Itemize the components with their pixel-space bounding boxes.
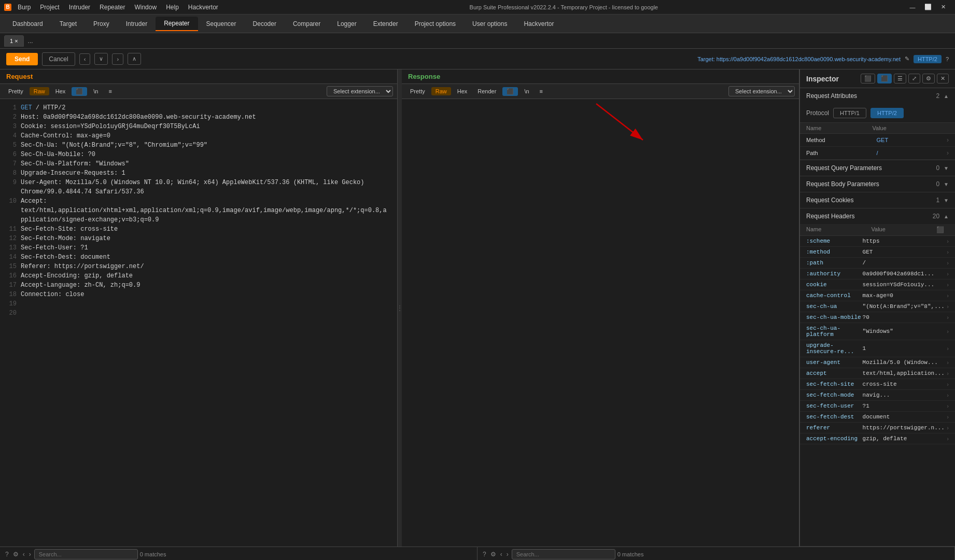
response-search-input[interactable] bbox=[512, 549, 615, 559]
fmt-block-resp[interactable]: ⬛ bbox=[502, 87, 518, 96]
extension-select-resp[interactable]: Select extension... bbox=[728, 86, 795, 96]
resp-search-prev-icon[interactable]: ‹ bbox=[499, 550, 503, 559]
fmt-hex-resp[interactable]: Hex bbox=[453, 87, 472, 95]
menu-hackvertor[interactable]: Hackvertor bbox=[184, 3, 222, 12]
response-code-editor[interactable] bbox=[402, 99, 799, 547]
header-row-fetch-user[interactable]: sec-fetch-user ?1 › bbox=[800, 401, 955, 412]
proto-http2-button[interactable]: HTTP/2 bbox=[870, 108, 904, 118]
fmt-block-req[interactable]: ⬛ bbox=[72, 87, 87, 96]
header-row-scheme[interactable]: :scheme https › bbox=[800, 236, 955, 247]
attr-row-path[interactable]: Path / › bbox=[800, 147, 955, 160]
resp-search-next-icon[interactable]: › bbox=[505, 550, 510, 559]
resp-search-settings-icon[interactable]: ⚙ bbox=[489, 550, 497, 559]
nav-tab-extender[interactable]: Extender bbox=[365, 17, 406, 31]
insp-btn-settings[interactable]: ⚙ bbox=[922, 74, 935, 83]
cookies-title: Request Cookies bbox=[806, 197, 936, 204]
extension-select-req[interactable]: Select extension... bbox=[327, 86, 393, 96]
maximize-button[interactable]: ⬜ bbox=[921, 2, 935, 12]
resp-search-help-icon[interactable]: ? bbox=[482, 550, 487, 559]
help-icon[interactable]: ? bbox=[946, 56, 949, 62]
nav-tab-hackvertor[interactable]: Hackvertor bbox=[515, 17, 562, 31]
header-row-cache[interactable]: cache-control max-age=0 › bbox=[800, 290, 955, 301]
header-row-upgrade[interactable]: upgrade-insecure-re... 1 › bbox=[800, 340, 955, 357]
http2-badge[interactable]: HTTP/2 bbox=[914, 55, 942, 63]
request-code-editor[interactable]: 1GET / HTTP/2 2Host: 0a9d00f9042a698dc16… bbox=[0, 99, 397, 547]
proto-http1-button[interactable]: HTTP/1 bbox=[833, 108, 866, 118]
fmt-menu-resp[interactable]: ≡ bbox=[536, 87, 547, 95]
header-row-fetch-dest[interactable]: sec-fetch-dest document › bbox=[800, 412, 955, 423]
fmt-newline-req[interactable]: \n bbox=[89, 87, 102, 95]
nav-down-button[interactable]: ∨ bbox=[94, 53, 108, 65]
attr-row-method[interactable]: Method GET › bbox=[800, 134, 955, 147]
nav-tab-decoder[interactable]: Decoder bbox=[245, 17, 285, 31]
fmt-newline-resp[interactable]: \n bbox=[520, 87, 533, 95]
nav-tab-sequencer[interactable]: Sequencer bbox=[198, 17, 245, 31]
menu-help[interactable]: Help bbox=[162, 3, 183, 12]
header-row-referer[interactable]: referer https://portswigger.n... › bbox=[800, 423, 955, 433]
req-search-settings-icon[interactable]: ⚙ bbox=[12, 550, 20, 559]
query-params-header[interactable]: Request Query Parameters 0 ▼ bbox=[800, 160, 955, 176]
nav-tab-target[interactable]: Target bbox=[51, 17, 85, 31]
header-row-platform[interactable]: sec-ch-ua-platform "Windows" › bbox=[800, 323, 955, 340]
header-row-fetch-site[interactable]: sec-fetch-site cross-site › bbox=[800, 379, 955, 390]
insp-btn-close[interactable]: ✕ bbox=[937, 74, 949, 83]
headers-title: Request Headers bbox=[806, 213, 933, 220]
header-row-method[interactable]: :method GET › bbox=[800, 247, 955, 258]
insp-btn-list[interactable]: ☰ bbox=[894, 74, 906, 83]
menu-repeater[interactable]: Repeater bbox=[95, 3, 129, 12]
minimize-button[interactable]: — bbox=[905, 2, 920, 12]
panel-divider[interactable] bbox=[398, 69, 402, 547]
menu-window[interactable]: Window bbox=[130, 3, 161, 12]
nav-tab-repeater[interactable]: Repeater bbox=[156, 17, 198, 31]
request-tab-1[interactable]: 1 × bbox=[4, 35, 24, 47]
header-row-cookie[interactable]: cookie session=YSdFo1ou1y... › bbox=[800, 279, 955, 290]
nav-back-button[interactable]: ‹ bbox=[79, 53, 91, 65]
fmt-hex-req[interactable]: Hex bbox=[51, 87, 70, 95]
cookies-header[interactable]: Request Cookies 1 ▼ bbox=[800, 192, 955, 208]
fmt-render-resp[interactable]: Render bbox=[473, 87, 500, 95]
header-row-authority[interactable]: :authority 0a9d00f9042a698dc1... › bbox=[800, 269, 955, 279]
nav-tab-proxy[interactable]: Proxy bbox=[85, 17, 118, 31]
nav-tab-intruder[interactable]: Intruder bbox=[118, 17, 156, 31]
header-row-accept-encoding[interactable]: accept-encoding gzip, deflate › bbox=[800, 433, 955, 444]
menu-project[interactable]: Project bbox=[36, 3, 63, 12]
request-search-input[interactable] bbox=[34, 549, 138, 559]
nav-tab-logger[interactable]: Logger bbox=[329, 17, 364, 31]
req-search-prev-icon[interactable]: ‹ bbox=[22, 550, 26, 559]
body-params-header[interactable]: Request Body Parameters 0 ▼ bbox=[800, 176, 955, 192]
tab-more[interactable]: ... bbox=[24, 35, 37, 47]
headers-section-header[interactable]: Request Headers 20 ▲ bbox=[800, 208, 955, 224]
header-row-path[interactable]: :path / › bbox=[800, 258, 955, 269]
insp-btn-grid2[interactable]: ⬛ bbox=[877, 74, 892, 83]
fmt-pretty-req[interactable]: Pretty bbox=[4, 87, 27, 95]
fmt-menu-req[interactable]: ≡ bbox=[105, 87, 116, 95]
fmt-raw-req[interactable]: Raw bbox=[30, 87, 49, 95]
fmt-pretty-resp[interactable]: Pretty bbox=[406, 87, 429, 95]
req-search-next-icon[interactable]: › bbox=[28, 550, 32, 559]
cancel-button[interactable]: Cancel bbox=[42, 52, 75, 66]
header-row-accept[interactable]: accept text/html,application... › bbox=[800, 368, 955, 379]
header-row-fetch-mode[interactable]: sec-fetch-mode navig... › bbox=[800, 390, 955, 401]
burp-icon: B bbox=[4, 4, 11, 11]
nav-tab-project-options[interactable]: Project options bbox=[406, 17, 464, 31]
insp-btn-expand[interactable]: ⤢ bbox=[908, 74, 920, 83]
close-button[interactable]: ✕ bbox=[936, 2, 951, 12]
fmt-raw-resp[interactable]: Raw bbox=[431, 87, 451, 95]
insp-btn-grid1[interactable]: ⬛ bbox=[861, 74, 875, 83]
edit-icon[interactable]: ✎ bbox=[905, 55, 909, 62]
nav-tab-dashboard[interactable]: Dashboard bbox=[4, 17, 51, 31]
header-row-sec-ch-ua-mobile[interactable]: sec-ch-ua-mobile ?0 › bbox=[800, 312, 955, 323]
nav-forward-button[interactable]: › bbox=[112, 53, 123, 65]
target-url: Target: https://0a9d00f9042a698dc1612dc8… bbox=[697, 56, 901, 62]
send-button[interactable]: Send bbox=[6, 53, 38, 65]
menu-burp[interactable]: Burp bbox=[13, 3, 35, 12]
nav-tab-user-options[interactable]: User options bbox=[464, 17, 515, 31]
req-search-help-icon[interactable]: ? bbox=[4, 550, 10, 559]
nav-tab-comparer[interactable]: Comparer bbox=[285, 17, 329, 31]
request-attributes-header[interactable]: Request Attributes 2 ▲ bbox=[800, 88, 955, 104]
nav-up-button[interactable]: ∧ bbox=[128, 53, 141, 65]
header-row-user-agent[interactable]: user-agent Mozilla/5.0 (Window... › bbox=[800, 357, 955, 368]
menu-intruder[interactable]: Intruder bbox=[65, 3, 94, 12]
attributes-table-header: Name Value bbox=[800, 123, 955, 134]
header-row-sec-ch-ua[interactable]: sec-ch-ua "(Not(A:Brand";v="8",... › bbox=[800, 301, 955, 312]
